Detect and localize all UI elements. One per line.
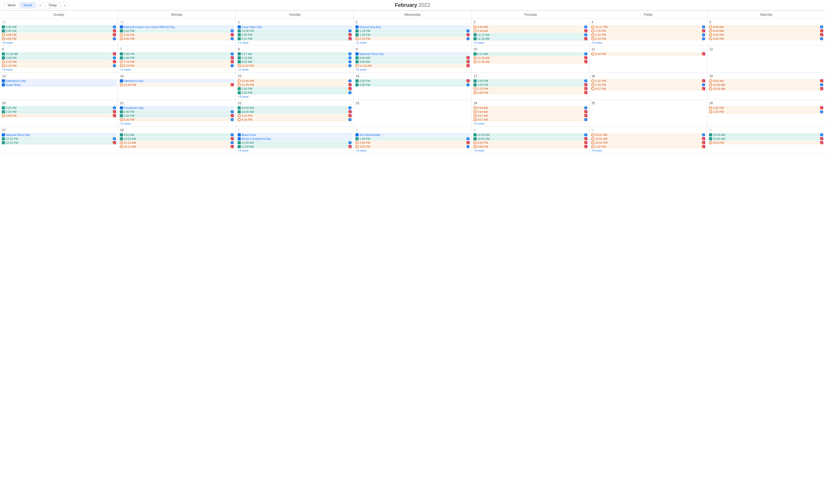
today-button[interactable]: Today <box>45 2 60 8</box>
event[interactable]: 12:02 PM◎ <box>591 141 706 145</box>
event[interactable]: 8:40 AM◎ <box>708 29 824 33</box>
day-cell[interactable]: 58:40 AMf8:40 AM◎2:00 PM◎4:00 PMf <box>707 19 825 46</box>
event[interactable]: 10:00 AM◎ <box>708 137 824 141</box>
day-cell[interactable]: 118:16 PM◎ <box>589 46 707 73</box>
event[interactable]: Mardi Gras <box>237 133 352 137</box>
event[interactable]: 4:58 PM◎ <box>473 141 588 145</box>
event[interactable]: 10:00 AMf <box>708 133 824 137</box>
event[interactable]: 8:29 PMf <box>119 64 234 68</box>
event[interactable]: 8:16 PM◎ <box>591 52 706 56</box>
event[interactable]: National Retro Day <box>1 133 117 137</box>
event[interactable]: 1:00 PMf <box>473 79 588 83</box>
event[interactable]: 1:15 PMf <box>591 33 706 37</box>
event[interactable]: 10:00 AMf <box>708 83 824 87</box>
event[interactable]: 2:19 PM◎ <box>1 60 117 64</box>
event[interactable]: 10:01 AMf <box>591 133 706 137</box>
event[interactable]: 2:00 PM◎ <box>119 114 234 118</box>
more-events-link[interactable]: +2 more <box>473 41 588 45</box>
event[interactable]: 4:58 PMf <box>1 37 117 41</box>
event[interactable]: 10:00 AM◎ <box>708 87 824 91</box>
week-button[interactable]: Week <box>4 2 19 8</box>
event[interactable]: 1:00 PM◎ <box>473 83 588 87</box>
event[interactable]: 1:15 PM◎ <box>591 79 706 83</box>
event[interactable]: 10:03 AM◎ <box>119 137 234 141</box>
day-cell[interactable]: 39:49 AMf9:49 AM◎11:17 AMf11:18 AM◎+2 mo… <box>471 19 589 46</box>
event[interactable]: National Pizza Day <box>355 52 470 56</box>
event[interactable]: 9:18 AMf <box>237 56 352 60</box>
event[interactable]: 9:49 AM◎ <box>473 29 588 33</box>
day-cell[interactable]: 249:44 AMf9:44 AM◎9:57 AM◎9:57 AMf+3 mor… <box>471 100 589 127</box>
event[interactable]: 2:25 PM◎ <box>1 110 117 114</box>
event[interactable]: 2:00 PM◎ <box>237 33 352 37</box>
event[interactable]: 9:44 AM◎ <box>473 110 588 114</box>
event[interactable]: 9:23 PM◎ <box>708 141 824 145</box>
day-cell[interactable]: 162:00 PM◎3:00 PMf <box>354 73 471 100</box>
event[interactable]: 4:00 PMf <box>119 37 234 41</box>
event[interactable]: 2:08 PM◎ <box>355 141 470 145</box>
event[interactable]: 11:18 AM◎ <box>473 37 588 41</box>
day-cell[interactable]: 1Mardi GrasWorld Compliment Day11:00 AMf… <box>236 127 354 154</box>
event[interactable]: 9:00 AM◎ <box>355 60 470 64</box>
day-cell[interactable]: 181:15 PM◎1:15 PMf4:57 PM◎ <box>589 73 707 100</box>
day-cell[interactable]: 412:17 PMf1:15 PM◎1:15 PMf2:10 PMf+4 mor… <box>589 19 707 46</box>
event[interactable]: 2:19 PMf <box>355 37 470 41</box>
event[interactable]: 1:35 PM◎ <box>355 33 470 37</box>
day-cell[interactable]: 171:00 PMf1:00 PM◎1:23 PM◎6:58 PM◎ <box>471 73 589 100</box>
event[interactable]: 2:00 PM◎ <box>237 87 352 91</box>
event[interactable]: 11:00 AMf <box>237 141 352 145</box>
day-cell[interactable]: 9National Pizza Day8:00 AM◎9:00 AM◎11:10… <box>354 46 471 73</box>
more-events-link[interactable]: +3 more <box>237 95 352 98</box>
event[interactable]: 12:15 PM◎ <box>1 141 117 145</box>
event[interactable]: 10:00 AM◎ <box>473 137 588 141</box>
event[interactable]: 4:16 PMf <box>237 118 352 122</box>
day-cell[interactable]: 21President's Day2:00 PMf2:00 PM◎6:20 PM… <box>118 100 236 127</box>
more-events-link[interactable]: +4 more <box>473 149 588 152</box>
day-cell[interactable]: 262:32 PM◎2:32 PMf <box>707 100 825 127</box>
more-events-link[interactable]: +1 more <box>237 41 352 45</box>
day-cell[interactable]: 310:00 AMf10:00 AM◎4:58 PM◎4:58 PM◎+4 mo… <box>471 127 589 154</box>
event[interactable]: Super Bowl <box>1 83 117 87</box>
event[interactable]: 3:02 PMf <box>119 29 234 33</box>
event[interactable]: 8:19 AMf <box>473 52 588 56</box>
event[interactable]: 1:42 PM◎ <box>591 145 706 148</box>
event[interactable]: 3:56 PMf <box>355 145 470 148</box>
event[interactable]: 8:00 AM◎ <box>355 56 470 60</box>
day-cell[interactable]: 1Lunar New Year12:00 PMf2:00 PM◎5:12 PM◎… <box>236 19 354 46</box>
event[interactable]: 1:23 PM◎ <box>473 87 588 91</box>
event[interactable]: 4:00 PMf <box>708 37 824 41</box>
event[interactable]: 3:00 PMf <box>1 25 117 29</box>
event[interactable]: 10:12 AMf <box>119 141 234 145</box>
event[interactable]: National Inspire Your Heart With Art Day <box>119 25 234 29</box>
event[interactable]: 9:06 PM◎ <box>1 114 117 118</box>
more-events-link[interactable]: +4 more <box>1 68 117 71</box>
day-cell[interactable]: 510:00 AMf10:00 AM◎9:23 PM◎ <box>707 127 825 154</box>
event[interactable]: World Compliment Day <box>237 137 352 141</box>
day-cell[interactable]: 2Ash Wednesday1:56 PMf2:08 PM◎3:56 PMf+3… <box>354 127 471 154</box>
event[interactable]: 2:00 PM◎ <box>355 79 470 83</box>
event[interactable]: 11:38 AM◎ <box>1 52 117 56</box>
event[interactable]: 9:17 AMf <box>237 52 352 56</box>
more-events-link[interactable]: +4 more <box>237 149 352 152</box>
event[interactable]: 2:00 PMf <box>237 91 352 94</box>
day-cell[interactable]: 89:17 AMf9:18 AMf9:22 AMf12:32 PMf+2 mor… <box>236 46 354 73</box>
event[interactable]: 10:00 AM◎ <box>237 110 352 114</box>
day-cell[interactable]: 303:00 PMf3:00 PM◎4:09 PM◎4:58 PMf+3 mor… <box>0 19 118 46</box>
event[interactable]: 9:05 AM◎ <box>708 79 824 83</box>
event[interactable]: 2:00 PM◎ <box>708 33 824 37</box>
day-cell[interactable]: 2210:00 AMf10:00 AM◎4:16 PM◎4:16 PMf <box>236 100 354 127</box>
event[interactable]: 3:34 PM◎ <box>119 33 234 37</box>
day-cell[interactable]: 202:25 PMf2:25 PM◎9:06 PM◎ <box>0 100 118 127</box>
day-cell[interactable]: 410:01 AMf10:01 AM◎12:02 PM◎1:42 PM◎+4 m… <box>589 127 707 154</box>
day-cell[interactable]: 199:05 AM◎10:00 AMf10:00 AM◎ <box>707 73 825 100</box>
event[interactable]: 2:32 PMf <box>708 110 824 114</box>
event[interactable]: 9:57 AMf <box>473 118 588 122</box>
event[interactable]: 10:00 AMf <box>237 106 352 110</box>
month-button[interactable]: Month <box>20 2 35 8</box>
event[interactable]: 9:22 AMf <box>237 60 352 64</box>
event[interactable]: 3:00 PM◎ <box>1 29 117 33</box>
event[interactable]: 11:10 AM◎ <box>355 64 470 68</box>
event[interactable]: 1:15 PMf <box>591 83 706 87</box>
event[interactable]: President's Day <box>119 106 234 110</box>
event[interactable]: 2:00 PMf <box>1 56 117 60</box>
event[interactable]: 2:00 PMf <box>119 52 234 56</box>
